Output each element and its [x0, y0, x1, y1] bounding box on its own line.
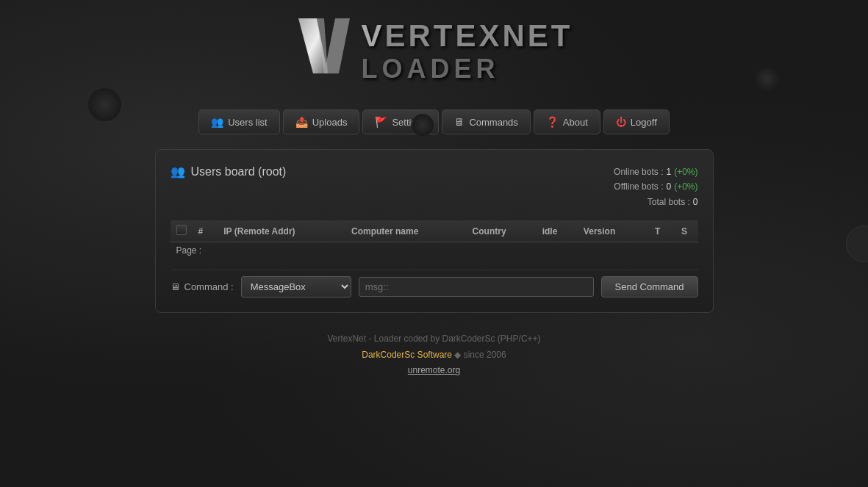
footer-line2: DarkCoderSc Software ◆ since 2006: [0, 347, 868, 364]
logo: VERTEXNET LOADER: [295, 15, 573, 88]
panel-title-icon: 👥: [171, 165, 185, 178]
decor-circle-center: [412, 114, 434, 136]
panel-header: 👥 Users board (root) Online bots : 1 (+0…: [171, 165, 698, 209]
footer-since: since 2006: [464, 350, 506, 360]
nav-commands[interactable]: 🖥 Commands: [442, 109, 530, 134]
nav-about[interactable]: ❓ About: [534, 109, 600, 134]
nav-uploads[interactable]: 📤 Uploads: [283, 109, 360, 134]
total-val: 0: [693, 195, 698, 209]
offline-val: 0: [666, 179, 671, 194]
footer-brand: DarkCoderSc Software: [362, 350, 452, 360]
select-all-checkbox[interactable]: [176, 225, 187, 235]
command-label: 🖥 Command :: [171, 281, 234, 292]
settings-icon: 🚩: [375, 116, 387, 128]
nav-logoff-label: Logoff: [631, 117, 657, 128]
users-icon: 👥: [211, 116, 223, 128]
main-panel: 👥 Users board (root) Online bots : 1 (+0…: [155, 149, 714, 313]
command-row: 🖥 Command : MessageBox Download Update U…: [171, 270, 698, 297]
logoff-icon: ⏻: [616, 116, 626, 128]
nav-users-list-label: Users list: [228, 117, 267, 128]
footer-line1: VertexNet - Loader coded by DarkCoderSc …: [0, 331, 868, 347]
command-input[interactable]: [359, 277, 594, 297]
table-page-row: Page :: [171, 242, 698, 259]
online-val: 1: [666, 165, 671, 179]
about-icon: ❓: [546, 116, 559, 128]
col-ip: IP (Remote Addr): [218, 220, 345, 242]
footer: VertexNet - Loader coded by DarkCoderSc …: [0, 331, 868, 379]
right-decor-circle: [846, 226, 868, 262]
bot-table: # IP (Remote Addr) Computer name Country…: [171, 220, 698, 259]
col-checkbox: [171, 220, 193, 242]
command-label-text: Command :: [184, 281, 234, 292]
col-country: Country: [467, 220, 537, 242]
footer-diamond: ◆: [454, 350, 461, 360]
decor-circle-left: [88, 88, 121, 121]
col-s: S: [671, 220, 698, 242]
footer-line3: unremote.org: [0, 363, 868, 379]
logo-line1: VERTEXNET: [361, 18, 573, 54]
nav-logoff[interactable]: ⏻ Logoff: [603, 109, 670, 134]
online-bots-stat: Online bots : 1 (+0%): [614, 165, 697, 179]
table-header-row: # IP (Remote Addr) Computer name Country…: [171, 220, 698, 242]
total-bots-stat: Total bots : 0: [614, 195, 697, 209]
decor-circle-right: [754, 66, 780, 92]
panel-title-text: Users board (root): [191, 165, 287, 178]
logo-text: VERTEXNET LOADER: [361, 18, 573, 84]
navbar: 👥 Users list 📤 Uploads 🚩 Settings 🖥 Comm…: [0, 109, 868, 134]
nav-users-list[interactable]: 👥 Users list: [198, 109, 279, 134]
commands-icon: 🖥: [454, 116, 465, 128]
nav-about-label: About: [563, 117, 588, 128]
offline-bots-stat: Offline bots : 0 (+0%): [614, 179, 697, 194]
col-version: Version: [578, 220, 645, 242]
col-idle: idle: [537, 220, 578, 242]
nav-uploads-label: Uploads: [312, 117, 348, 128]
send-command-button[interactable]: Send Command: [601, 276, 698, 297]
online-label: Online bots :: [614, 165, 663, 179]
offline-label: Offline bots :: [614, 179, 663, 194]
uploads-icon: 📤: [295, 116, 308, 128]
page-label: Page :: [171, 242, 698, 259]
total-label: Total bots :: [648, 195, 690, 209]
online-pct: (+0%): [674, 165, 697, 179]
col-t: T: [645, 220, 671, 242]
nav-commands-label: Commands: [469, 117, 517, 128]
footer-url[interactable]: unremote.org: [408, 365, 460, 375]
command-select[interactable]: MessageBox Download Update Uninstall Exe…: [241, 276, 351, 297]
col-number: #: [193, 220, 218, 242]
logo-line2: LOADER: [361, 54, 499, 84]
command-icon: 🖥: [171, 281, 180, 292]
stats-area: Online bots : 1 (+0%) Offline bots : 0 (…: [614, 165, 697, 209]
svg-marker-1: [324, 18, 350, 73]
header: VERTEXNET LOADER: [0, 0, 868, 98]
col-computer: Computer name: [345, 220, 467, 242]
logo-v-icon: [295, 15, 354, 88]
offline-pct: (+0%): [674, 179, 697, 194]
panel-title: 👥 Users board (root): [171, 165, 287, 178]
